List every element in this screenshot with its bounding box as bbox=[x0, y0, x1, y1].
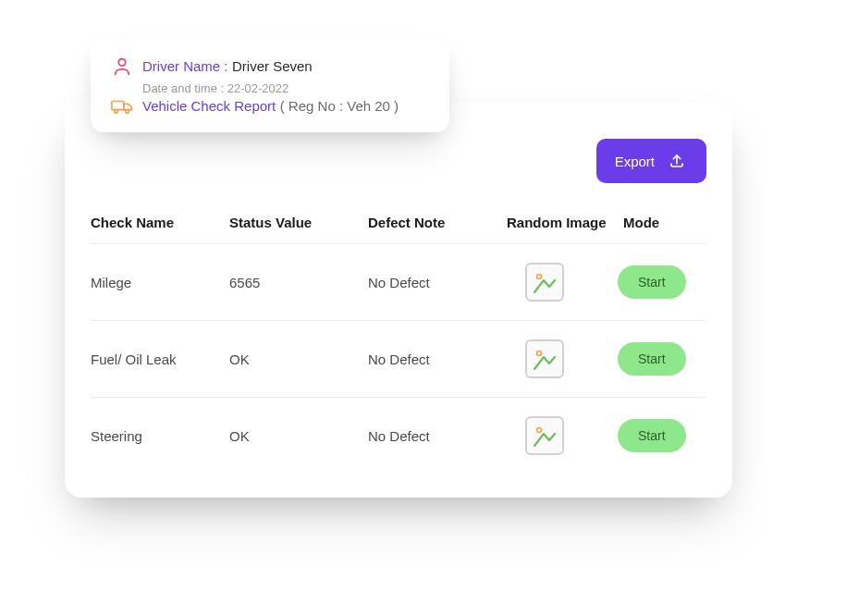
upload-icon bbox=[666, 150, 688, 172]
svg-point-4 bbox=[118, 59, 125, 66]
cell-status: OK bbox=[229, 428, 368, 444]
cell-mode: Start bbox=[618, 265, 710, 299]
th-check: Check Name bbox=[91, 215, 229, 230]
datetime-row: Date and time : 22-02-2022 bbox=[142, 81, 429, 95]
table-row: Milege 6565 No Defect Start bbox=[91, 244, 706, 321]
svg-rect-5 bbox=[112, 101, 124, 109]
cell-defect: No Defect bbox=[368, 275, 507, 290]
table-header: Check Name Status Value Defect Note Rand… bbox=[91, 202, 706, 244]
cell-defect: No Defect bbox=[368, 351, 507, 367]
svg-point-1 bbox=[537, 275, 542, 279]
start-button[interactable]: Start bbox=[618, 342, 686, 376]
truck-icon bbox=[111, 95, 133, 117]
cell-check: Fuel/ Oil Leak bbox=[91, 351, 229, 367]
vehicle-row: Vehicle Check Report ( Reg No : Veh 20 ) bbox=[111, 95, 429, 117]
th-image: Random Image bbox=[507, 215, 618, 230]
svg-point-2 bbox=[537, 351, 542, 356]
table-row: Fuel/ Oil Leak OK No Defect Start bbox=[91, 321, 706, 398]
driver-row: Driver Name : Driver Seven bbox=[111, 55, 429, 78]
driver-name-label: Driver Name : bbox=[142, 58, 228, 74]
table-row: Steering OK No Defect Start bbox=[91, 398, 706, 474]
cell-mode: Start bbox=[618, 419, 710, 452]
cell-defect: No Defect bbox=[368, 428, 507, 444]
report-label: Vehicle Check Report bbox=[142, 98, 276, 114]
start-button[interactable]: Start bbox=[618, 265, 686, 299]
cell-image bbox=[507, 263, 618, 302]
reg-no-value: ( Reg No : Veh 20 ) bbox=[280, 98, 399, 114]
export-label: Export bbox=[615, 154, 655, 169]
cell-status: OK bbox=[229, 351, 368, 367]
image-placeholder-icon[interactable] bbox=[525, 339, 564, 378]
cell-image bbox=[507, 416, 618, 455]
driver-name-value: Driver Seven bbox=[232, 58, 313, 74]
image-placeholder-icon[interactable] bbox=[525, 263, 564, 302]
export-button[interactable]: Export bbox=[596, 139, 706, 183]
image-placeholder-icon[interactable] bbox=[525, 416, 564, 455]
cell-mode: Start bbox=[618, 342, 710, 376]
cell-status: 6565 bbox=[229, 275, 368, 290]
export-row: Export bbox=[91, 124, 706, 183]
report-card: Export Check Name Status Value Defect No… bbox=[65, 102, 732, 498]
svg-point-3 bbox=[537, 428, 542, 433]
start-button[interactable]: Start bbox=[618, 419, 686, 452]
svg-point-7 bbox=[126, 110, 129, 114]
datetime-value: 22-02-2022 bbox=[227, 81, 289, 95]
cell-image bbox=[507, 339, 618, 378]
info-card: Driver Name : Driver Seven Date and time… bbox=[91, 39, 449, 132]
cell-check: Milege bbox=[91, 275, 229, 290]
th-mode: Mode bbox=[618, 215, 710, 230]
th-defect: Defect Note bbox=[368, 215, 507, 230]
svg-point-6 bbox=[115, 110, 118, 114]
th-status: Status Value bbox=[229, 215, 368, 230]
datetime-label: Date and time : bbox=[142, 81, 224, 95]
person-icon bbox=[111, 55, 133, 78]
cell-check: Steering bbox=[91, 428, 229, 444]
